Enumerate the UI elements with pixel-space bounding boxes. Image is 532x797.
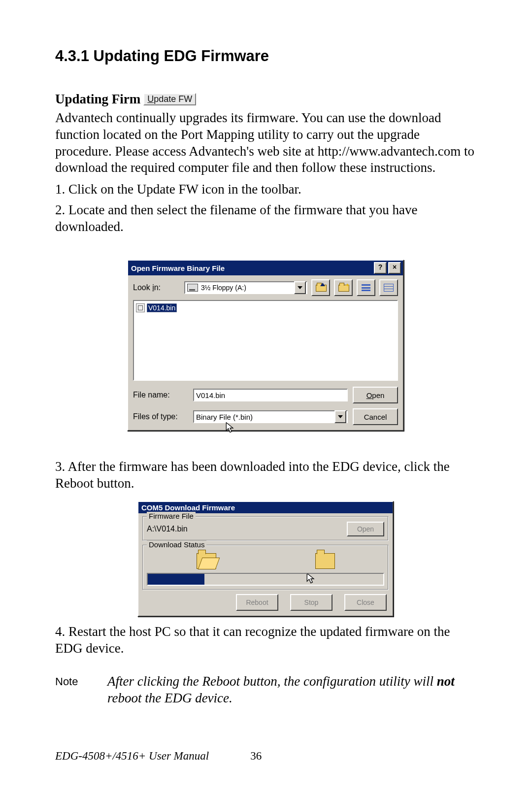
look-in-value: 3½ Floppy (A:) xyxy=(201,284,246,292)
cursor-icon xyxy=(306,573,315,585)
open-button-disabled: Open xyxy=(347,522,384,536)
stop-button[interactable]: Stop xyxy=(290,594,332,611)
section-heading: 4.3.1 Updating EDG Firmware xyxy=(55,47,476,65)
page-number: 36 xyxy=(250,750,262,763)
group-label: Download Status xyxy=(147,540,206,549)
look-in-label: Look in: xyxy=(133,283,180,292)
filetype-dropdown[interactable]: Binary File (*.bin) xyxy=(193,410,348,423)
svg-marker-0 xyxy=(226,423,233,432)
details-view-icon xyxy=(384,284,394,292)
look-in-dropdown[interactable]: 3½ Floppy (A:) xyxy=(184,281,307,294)
note-block: Note After clicking the Reboot button, t… xyxy=(55,673,476,707)
details-view-button[interactable] xyxy=(379,279,398,296)
step-1: 1. Click on the Update FW icon in the to… xyxy=(55,181,476,198)
update-fw-toolbar-button[interactable]: Update FW xyxy=(143,93,196,106)
intro-paragraph: Advantech continually upgrades its firmw… xyxy=(55,110,476,176)
dialog-title-text: Open Firmware Binary File xyxy=(131,264,225,272)
progress-bar xyxy=(147,573,384,586)
new-folder-button[interactable]: ✦ xyxy=(334,279,353,296)
source-folder-icon xyxy=(197,553,216,569)
note-label: Note xyxy=(55,673,93,707)
cursor-icon xyxy=(226,422,234,434)
folder-up-button[interactable] xyxy=(311,279,330,296)
dialog-title-text: COM5 Download Firmware xyxy=(141,503,235,512)
filetype-label: Files of type: xyxy=(133,412,188,421)
close-button[interactable]: Close xyxy=(344,594,387,611)
open-firmware-dialog: Open Firmware Binary File ? × Look in: 3… xyxy=(127,260,404,431)
firmware-file-group: Firmware File A:\V014.bin Open xyxy=(142,516,389,541)
folder-up-icon xyxy=(316,284,326,292)
group-label: Firmware File xyxy=(147,512,196,520)
new-folder-icon: ✦ xyxy=(338,284,348,292)
list-view-icon xyxy=(362,284,370,291)
filetype-value: Binary File (*.bin) xyxy=(196,413,334,421)
list-view-button[interactable] xyxy=(357,279,375,296)
page-footer: EDG-4508+/4516+ User Manual 36 xyxy=(55,750,262,763)
cancel-button[interactable]: Cancel xyxy=(353,408,398,425)
note-body: After clicking the Reboot button, the co… xyxy=(107,673,476,707)
file-list[interactable]: V014.bin xyxy=(133,300,398,381)
chevron-down-icon[interactable] xyxy=(294,281,306,294)
dest-folder-icon xyxy=(315,553,335,569)
close-icon[interactable]: × xyxy=(388,262,401,274)
help-icon[interactable]: ? xyxy=(374,262,387,274)
manual-title: EDG-4508+/4516+ User Manual xyxy=(55,750,209,763)
reboot-button[interactable]: Reboot xyxy=(236,594,278,611)
dialog-title-bar[interactable]: Open Firmware Binary File ? × xyxy=(128,261,403,275)
svg-marker-1 xyxy=(307,573,314,583)
file-icon xyxy=(136,303,145,312)
filename-label: File name: xyxy=(133,391,188,399)
download-status-group: Download Status xyxy=(142,545,389,590)
download-firmware-dialog: COM5 Download Firmware Firmware File A:\… xyxy=(137,501,394,617)
firmware-path: A:\V014.bin xyxy=(147,525,343,533)
step-3: 3. After the firmware has been downloade… xyxy=(55,459,476,492)
chevron-down-icon[interactable] xyxy=(334,410,346,423)
floppy-drive-icon xyxy=(187,284,198,292)
filename-input[interactable] xyxy=(193,389,348,401)
step-2: 2. Locate and then select the filename o… xyxy=(55,202,476,235)
step-4: 4. Restart the host PC so that it can re… xyxy=(55,624,476,657)
open-button[interactable]: Open xyxy=(353,387,398,403)
file-name-selected: V014.bin xyxy=(147,303,177,312)
subsection-heading-fragment: Updating Firm xyxy=(55,92,140,107)
list-item[interactable]: V014.bin xyxy=(136,303,177,313)
